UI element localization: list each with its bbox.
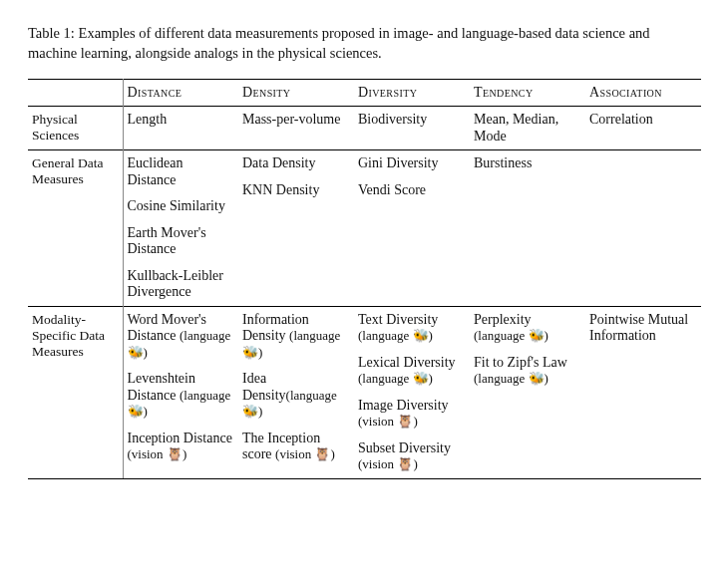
bee-icon: 🐝: [413, 328, 429, 343]
table-entry: Mass-per-volume: [242, 112, 348, 129]
table-entry: The Inception score (vision 🦉): [242, 431, 348, 463]
table-entry: Euclidean Distance: [128, 155, 233, 188]
bee-icon: 🐝: [413, 371, 429, 386]
row-header-physical-sciences: Physical Sciences: [28, 107, 123, 150]
table-entry: Image Diversity (vision 🦉): [358, 398, 464, 431]
cell: Perplexity (language 🐝)Fit to Zipf's Law…: [470, 306, 585, 478]
cell: Data DensityKNN Density: [238, 150, 354, 307]
cell: Correlation: [585, 107, 701, 150]
cell: Word Mover's Distance (language 🐝)Levens…: [123, 306, 238, 478]
cell: Length: [123, 107, 238, 150]
cell: Euclidean DistanceCosine SimilarityEarth…: [123, 150, 238, 307]
table-entry: Length: [128, 112, 233, 129]
cell: Mass-per-volume: [238, 107, 354, 150]
row-header-modality-specific-data-measures: Modality-Specific Data Measures: [28, 306, 123, 478]
bee-icon: 🐝: [242, 345, 258, 360]
owl-icon: 🦉: [167, 446, 182, 461]
col-header-tendency: Tendency: [470, 80, 585, 107]
bee-icon: 🐝: [128, 345, 144, 360]
table-entry: Cosine Similarity: [128, 198, 233, 215]
table-entry: KNN Density: [242, 182, 348, 199]
col-header-diversity: Diversity: [354, 80, 470, 107]
table-entry: Lexical Diversity (language 🐝): [358, 355, 464, 388]
table-entry: Correlation: [589, 112, 695, 129]
col-header-density: Density: [238, 80, 354, 107]
table-entry: Inception Distance (vision 🦉): [128, 431, 233, 463]
cell: Biodiversity: [354, 107, 470, 150]
col-header-association: Association: [585, 80, 701, 107]
table-entry: Fit to Zipf's Law (language 🐝): [474, 355, 579, 388]
col-header-distance: Distance: [123, 80, 238, 107]
data-table: Distance Density Diversity Tendency Asso…: [28, 79, 701, 479]
table-caption: Table 1: Examples of different data meas…: [28, 24, 700, 63]
table-entry: Pointwise Mutual Information: [589, 312, 695, 345]
bee-icon: 🐝: [529, 328, 545, 343]
table-entry: Subset Diversity (vision 🦉): [358, 440, 464, 473]
cell: Mean, Median, Mode: [470, 107, 585, 150]
owl-icon: 🦉: [397, 456, 413, 471]
owl-icon: 🦉: [314, 446, 330, 461]
table-entry: Word Mover's Distance (language 🐝): [128, 312, 233, 362]
table-entry: Levenshtein Distance (language 🐝): [128, 371, 233, 421]
table-entry: Perplexity (language 🐝): [474, 312, 579, 345]
corner-cell: [28, 80, 123, 107]
cell: Gini DiversityVendi Score: [354, 150, 470, 307]
table-entry: Biodiversity: [358, 112, 464, 129]
owl-icon: 🦉: [397, 414, 413, 429]
table-entry: Mean, Median, Mode: [474, 112, 579, 145]
table-entry: Kullback-Leibler Divergence: [128, 268, 233, 301]
cell: Text Diversity (language 🐝)Lexical Diver…: [354, 306, 470, 478]
cell: Information Density (language 🐝)Idea Den…: [238, 306, 354, 478]
row-header-general-data-measures: General Data Measures: [28, 150, 123, 307]
table-entry: Vendi Score: [358, 182, 464, 199]
table-entry: Information Density (language 🐝): [242, 312, 348, 362]
cell: [585, 150, 701, 307]
table-entry: Burstiness: [474, 155, 579, 172]
table-entry: Data Density: [242, 155, 348, 172]
cell: Burstiness: [470, 150, 585, 307]
bee-icon: 🐝: [242, 404, 258, 419]
table-entry: Earth Mover's Distance: [128, 225, 233, 258]
table-entry: Idea Density(language 🐝): [242, 371, 348, 421]
bee-icon: 🐝: [529, 371, 545, 386]
table-entry: Text Diversity (language 🐝): [358, 312, 464, 345]
cell: Pointwise Mutual Information: [585, 306, 701, 478]
table-entry: Gini Diversity: [358, 155, 464, 172]
bee-icon: 🐝: [128, 404, 144, 419]
